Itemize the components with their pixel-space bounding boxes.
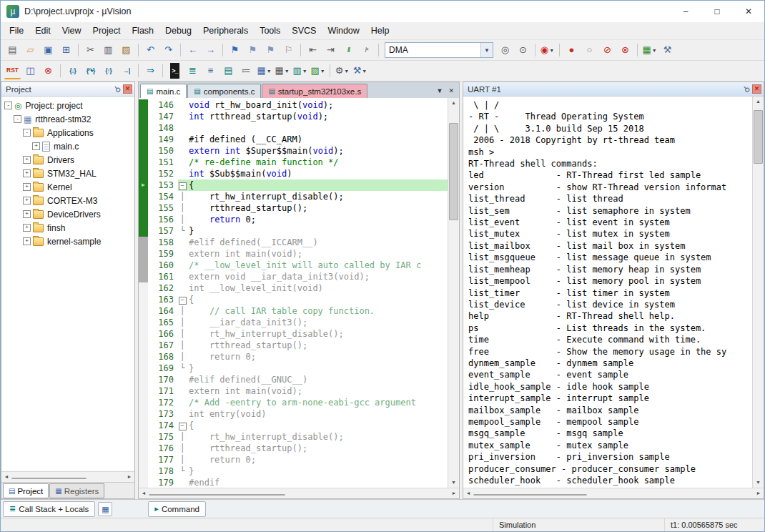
code-text[interactable]: } [187, 466, 448, 477]
fold-margin[interactable]: │ [178, 454, 187, 466]
uart-horizontal-scrollbar[interactable]: ◄ ► [463, 488, 764, 498]
tree-item-finsh[interactable]: +finsh [2, 221, 134, 235]
execution-margin[interactable]: ▶ [139, 179, 148, 191]
indent-button[interactable]: ⇥ [322, 42, 339, 58]
fold-margin[interactable]: │ [178, 351, 187, 363]
code-text[interactable]: { [187, 179, 448, 191]
fold-margin[interactable] [178, 237, 187, 248]
code-text[interactable]: rt_hw_interrupt_disable(); [187, 191, 448, 202]
fold-margin[interactable] [178, 134, 187, 145]
maximize-button[interactable]: □ [701, 1, 733, 22]
code-text[interactable]: #endif [187, 477, 448, 488]
code-text[interactable]: // call IAR table copy function. [187, 305, 448, 317]
undo-button[interactable]: ↶ [142, 42, 159, 58]
fold-margin[interactable] [178, 260, 187, 271]
fold-margin[interactable]: │ [178, 214, 187, 225]
menu-file[interactable]: File [4, 26, 29, 36]
scroll-left-icon[interactable]: ◄ [1, 472, 11, 482]
minimize-button[interactable]: – [670, 1, 701, 22]
code-text[interactable]: } [187, 225, 448, 237]
execution-margin[interactable] [139, 477, 148, 488]
editor-horizontal-scrollbar[interactable]: ◄ ► [139, 488, 459, 498]
code-text[interactable]: rtthread_startup(); [187, 202, 448, 214]
scroll-thumb[interactable] [449, 123, 458, 220]
copy-button[interactable]: ▥ [100, 42, 117, 58]
search-scope-button[interactable]: ◉▼ [539, 42, 556, 58]
code-text[interactable]: rt_hw_interrupt_disable(); [187, 328, 448, 340]
memory-window-button[interactable]: ▦▼ [274, 63, 290, 79]
code-editor[interactable]: 146void rt_hw_board_init(void);147int rt… [139, 98, 448, 488]
close-icon[interactable]: ✕ [752, 84, 761, 94]
fold-margin[interactable] [178, 157, 187, 168]
fold-margin[interactable] [178, 111, 187, 122]
bookmark-next-button[interactable]: ⚑ [262, 42, 279, 58]
fold-margin[interactable]: − [178, 294, 187, 305]
execution-margin[interactable] [139, 385, 148, 397]
bookmark-prev-button[interactable]: ⚑ [245, 42, 261, 58]
collapse-icon[interactable]: - [23, 129, 31, 137]
code-text[interactable]: rtthread_startup(); [187, 443, 448, 454]
scroll-right-icon[interactable]: ► [754, 488, 764, 498]
code-text[interactable]: extern void __iar_data_init3(void); [187, 271, 448, 282]
execution-margin[interactable] [139, 294, 148, 305]
symbol-window-button[interactable]: ≡ [202, 63, 219, 79]
menu-peripherals[interactable]: Peripherals [197, 26, 254, 36]
fold-margin[interactable]: │ [178, 305, 187, 317]
fold-margin[interactable]: └ [178, 225, 187, 237]
menu-svcs[interactable]: SVCS [286, 26, 322, 36]
tree-item-applications[interactable]: -Applications [2, 126, 134, 139]
breakpoint-insert-button[interactable]: ● [563, 42, 580, 58]
execution-margin[interactable] [139, 214, 148, 225]
tree-item-drivers[interactable]: +Drivers [2, 153, 134, 167]
expand-icon[interactable]: + [23, 169, 31, 177]
fold-margin[interactable]: │ [178, 340, 187, 351]
expand-icon[interactable]: + [23, 156, 31, 164]
execution-margin[interactable] [139, 408, 148, 420]
expand-icon[interactable]: + [23, 224, 31, 232]
uart-vertical-scrollbar[interactable]: ▲ ▼ [752, 97, 764, 488]
scroll-up-icon[interactable]: ▲ [753, 97, 764, 107]
analysis-window-button[interactable]: ▧▼ [310, 63, 326, 79]
menu-window[interactable]: Window [322, 26, 365, 36]
fold-collapse-icon[interactable]: − [179, 182, 187, 190]
tab-list-icon[interactable]: ▼ [437, 87, 443, 94]
registers-window-button[interactable]: ▤ [220, 63, 237, 79]
execution-margin[interactable] [139, 237, 148, 248]
redo-button[interactable]: ↷ [160, 42, 177, 58]
execution-margin[interactable] [139, 397, 148, 408]
fold-margin[interactable]: │ [178, 431, 187, 443]
fold-margin[interactable] [178, 397, 187, 408]
cut-button[interactable]: ✂ [82, 42, 99, 58]
code-text[interactable]: return 0; [187, 454, 448, 466]
fold-margin[interactable]: └ [178, 466, 187, 477]
scroll-left-icon[interactable]: ◄ [139, 488, 149, 498]
uart-output[interactable]: \ | /- RT - Thread Operating System / | … [463, 97, 752, 488]
scroll-down-icon[interactable]: ▼ [448, 478, 459, 488]
serial-window-button[interactable]: ▥▼ [292, 63, 308, 79]
command-tab[interactable]: ▸ Command [148, 501, 206, 517]
stop-button[interactable]: ⊗ [40, 63, 56, 79]
expand-icon[interactable]: + [23, 183, 31, 191]
combo-dropdown-icon[interactable]: ▼ [480, 43, 493, 57]
open-file-button[interactable]: ▱ [22, 42, 39, 58]
execution-margin[interactable] [139, 99, 148, 111]
expand-icon[interactable]: + [23, 197, 31, 205]
code-text[interactable]: __iar_data_init3(); [187, 317, 448, 328]
tree-item-stm32-hal[interactable]: +STM32_HAL [2, 167, 134, 180]
menu-help[interactable]: Help [365, 26, 395, 36]
new-file-button[interactable]: ▤ [4, 42, 21, 58]
watch-window-button[interactable]: ▦▼ [256, 63, 272, 79]
execution-margin[interactable] [139, 271, 148, 282]
scroll-thumb[interactable] [754, 110, 763, 164]
fold-collapse-icon[interactable]: − [179, 423, 187, 430]
scroll-down-icon[interactable]: ▼ [753, 478, 764, 488]
fold-margin[interactable] [178, 99, 187, 111]
execution-margin[interactable] [139, 363, 148, 374]
execution-margin[interactable] [139, 282, 148, 294]
fold-margin[interactable] [178, 282, 187, 294]
uncomment-button[interactable]: /* [358, 42, 375, 58]
tree-item-cortex-m3[interactable]: +CORTEX-M3 [2, 194, 134, 207]
collapse-icon[interactable]: - [14, 115, 21, 123]
fold-margin[interactable] [178, 271, 187, 282]
editor-tab-main-c[interactable]: ▤main.c [140, 84, 187, 98]
